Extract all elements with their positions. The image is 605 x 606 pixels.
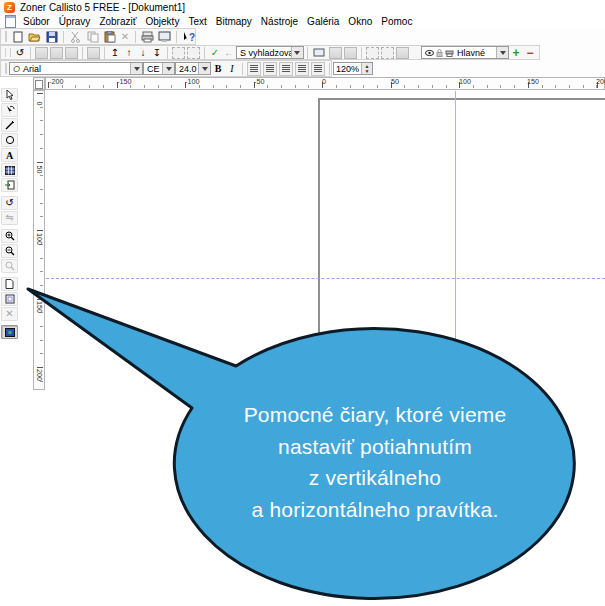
app-window: Z Zoner Callisto 5 FREE - [Dokument1] Sú… — [0, 0, 605, 606]
callout-line: Pomocné čiary, ktoré vieme — [175, 399, 575, 431]
callout-text: Pomocné čiary, ktoré vieme nastaviť poti… — [175, 399, 575, 525]
callout-line: z vertikálneho — [175, 462, 575, 494]
callout-line: a horizontálneho pravítka. — [175, 494, 575, 526]
callout-line: nastaviť potiahnutím — [175, 431, 575, 463]
